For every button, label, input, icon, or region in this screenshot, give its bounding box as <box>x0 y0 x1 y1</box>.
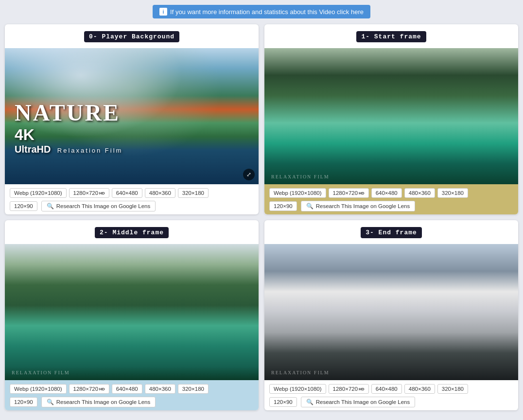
size-btn[interactable]: 320×180 <box>437 384 468 394</box>
card-0: 0- Player Background Nature 4K UltraHD R… <box>5 24 259 214</box>
card-title-3: 3- End frame <box>361 227 422 238</box>
card-controls-0: Webp (1920×1080) 1280×720HD 640×480 480×… <box>5 184 259 214</box>
card-1: 1- Start frame Relaxation Film Webp (192… <box>264 24 518 214</box>
card-3: 3- End frame Relaxation Film Webp (1920×… <box>264 220 518 410</box>
size-btn[interactable]: 640×480 <box>112 384 142 394</box>
research-label: Research This Image on Google Lens <box>56 399 150 405</box>
search-icon: 🔍 <box>306 399 314 405</box>
size-btn[interactable]: 640×480 <box>371 188 402 198</box>
research-label: Research This Image on Google Lens <box>316 203 410 209</box>
nature-4k-label: 4K <box>15 126 122 144</box>
card-controls-2: Webp (1920×1080) 1280×720HD 640×480 480×… <box>5 380 259 410</box>
size-btn-small[interactable]: 120×90 <box>10 201 37 211</box>
image-area-1[interactable]: Relaxation Film <box>264 48 518 184</box>
top-banner: i If you want more information and stati… <box>5 5 518 18</box>
watermark-label: Relaxation Film <box>271 370 330 375</box>
size-btn[interactable]: 640×480 <box>371 384 402 394</box>
size-btn[interactable]: 480×360 <box>145 384 175 394</box>
info-button-label: If you want more information and statist… <box>170 8 364 16</box>
research-label: Research This Image on Google Lens <box>56 203 150 209</box>
image-grid: 0- Player Background Nature 4K UltraHD R… <box>5 24 518 410</box>
search-icon: 🔍 <box>47 399 54 405</box>
search-icon: 🔍 <box>306 203 314 210</box>
nature-title: Nature <box>15 99 122 126</box>
watermark-label: Relaxation Film <box>271 174 330 179</box>
size-btn[interactable]: Webp (1920×1080) <box>269 384 326 394</box>
size-btn[interactable]: Webp (1920×1080) <box>10 384 67 394</box>
info-icon: i <box>159 8 167 16</box>
size-btn-small[interactable]: 120×90 <box>269 397 297 407</box>
card-header-wrap: 2- Middle frame <box>5 220 259 244</box>
card-title-2: 2- Middle frame <box>95 227 169 238</box>
card-header-wrap: 0- Player Background <box>5 24 259 48</box>
card-2: 2- Middle frame Relaxation Film Webp (19… <box>5 220 259 410</box>
nature-ultrahd-label: UltraHD Relaxation Film <box>15 144 122 155</box>
research-btn[interactable]: 🔍 Research This Image on Google Lens <box>41 201 156 211</box>
card-header-wrap: 1- Start frame <box>264 24 518 48</box>
size-btn[interactable]: Webp (1920×1080) <box>269 188 326 198</box>
card-title-1: 1- Start frame <box>356 31 426 42</box>
research-label: Research This Image on Google Lens <box>316 399 410 405</box>
expand-icon[interactable]: ⤢ <box>243 169 255 180</box>
size-btn[interactable]: 1280×720HD <box>329 384 369 394</box>
size-btn[interactable]: 320×180 <box>437 188 468 198</box>
research-btn[interactable]: 🔍 Research This Image on Google Lens <box>301 397 415 407</box>
card-controls-1: Webp (1920×1080) 1280×720HD 640×480 480×… <box>264 184 518 214</box>
image-area-2[interactable]: Relaxation Film <box>5 244 259 380</box>
image-area-0[interactable]: Nature 4K UltraHD Relaxation Film ⤢ <box>5 48 259 184</box>
search-icon: 🔍 <box>47 203 54 210</box>
size-btn[interactable]: 1280×720HD <box>69 188 109 198</box>
card-header-wrap: 3- End frame <box>264 220 518 244</box>
size-btn[interactable]: 1280×720HD <box>69 384 109 394</box>
size-btn[interactable]: 320×180 <box>178 384 209 394</box>
info-button[interactable]: i If you want more information and stati… <box>153 5 370 18</box>
size-btn-small[interactable]: 120×90 <box>10 397 37 407</box>
size-btn[interactable]: 1280×720HD <box>329 188 369 198</box>
research-btn[interactable]: 🔍 Research This Image on Google Lens <box>41 397 156 407</box>
size-btn[interactable]: 480×360 <box>404 188 435 198</box>
image-area-3[interactable]: Relaxation Film <box>264 244 518 380</box>
card-title-0: 0- Player Background <box>84 31 179 42</box>
size-btn[interactable]: 640×480 <box>112 188 142 198</box>
size-btn[interactable]: Webp (1920×1080) <box>10 188 67 198</box>
size-btn-small[interactable]: 120×90 <box>269 201 297 211</box>
research-btn[interactable]: 🔍 Research This Image on Google Lens <box>301 201 415 211</box>
watermark-label: Relaxation Film <box>12 370 70 375</box>
size-btn[interactable]: 320×180 <box>178 188 209 198</box>
size-btn[interactable]: 480×360 <box>404 384 435 394</box>
size-btn[interactable]: 480×360 <box>145 188 175 198</box>
card-controls-3: Webp (1920×1080) 1280×720HD 640×480 480×… <box>264 380 518 410</box>
